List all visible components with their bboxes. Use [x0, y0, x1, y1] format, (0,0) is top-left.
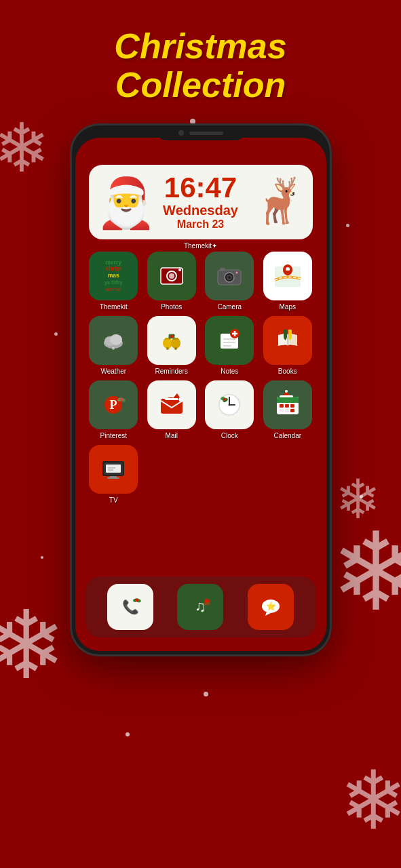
svg-text:♫: ♫ [195, 598, 206, 615]
svg-rect-77 [290, 404, 294, 408]
calendar-icon [263, 380, 312, 429]
pinterest-icon: P [89, 380, 138, 429]
svg-rect-79 [285, 409, 289, 412]
svg-point-56 [178, 397, 183, 402]
svg-point-11 [236, 272, 238, 274]
themekit-text: merry christ mas ya filthy animal [104, 260, 122, 293]
svg-point-20 [110, 334, 122, 345]
phone-frame: 🎅 🦌 16:47 Wednesday March 23 Themekit✦ m… [72, 125, 330, 654]
bg-snowflake-left: ❄ [0, 590, 66, 701]
photos-icon [147, 252, 196, 300]
mail-icon [147, 380, 196, 429]
svg-text:⭐: ⭐ [265, 601, 275, 611]
svg-rect-86 [106, 465, 121, 473]
svg-rect-76 [285, 404, 289, 408]
svg-rect-42 [284, 330, 287, 338]
app-grid: merry christ mas ya filthy animal Themek… [82, 252, 320, 504]
snow-particle [41, 556, 43, 559]
app-label-weather: Weather [100, 368, 126, 375]
phone-screen: 🎅 🦌 16:47 Wednesday March 23 Themekit✦ m… [75, 138, 326, 651]
app-label-calendar: Calendar [273, 432, 301, 439]
app-label-books: Books [278, 368, 297, 375]
app-label-clock: Clock [221, 432, 238, 439]
svg-point-27 [166, 347, 169, 350]
camera-dot [178, 130, 184, 136]
app-item-maps[interactable]: Maps [261, 252, 314, 311]
app-item-calendar[interactable]: Calendar [261, 380, 314, 439]
app-label-camera: Camera [217, 303, 242, 311]
svg-rect-44 [288, 330, 292, 338]
clock-time: 16:47 [163, 174, 238, 202]
snow-particle [346, 224, 349, 227]
svg-point-51 [120, 398, 123, 401]
svg-rect-73 [280, 395, 293, 397]
svg-rect-10 [220, 268, 225, 271]
app-item-books[interactable]: Books [261, 316, 314, 375]
svg-point-63 [229, 404, 231, 406]
svg-point-28 [174, 347, 177, 350]
app-label-themekit: Themekit [100, 303, 128, 311]
app-item-pinterest[interactable]: P Pinterest [88, 380, 140, 439]
page-title: Christmas Collection [114, 27, 286, 104]
clock-text-container: 16:47 Wednesday March 23 [163, 174, 238, 231]
themekit-label-row: Themekit✦ [75, 242, 326, 250]
themekit-icon: merry christ mas ya filthy animal [89, 252, 138, 300]
snow-particle [190, 119, 195, 124]
svg-rect-78 [280, 409, 284, 412]
clock-date: March 23 [163, 218, 238, 231]
bg-snowflake-br: ❄ [339, 753, 401, 848]
app-label-notes: Notes [221, 368, 238, 375]
dock: 📞 ♫ [85, 576, 316, 637]
svg-text:P: P [110, 398, 117, 412]
app-item-themekit[interactable]: merry christ mas ya filthy animal Themek… [88, 252, 140, 311]
app-item-reminders[interactable]: Reminders [145, 316, 198, 375]
app-item-mail[interactable]: Mail [145, 380, 198, 439]
notes-icon [205, 316, 254, 365]
svg-rect-75 [280, 404, 284, 408]
svg-rect-57 [165, 398, 178, 400]
bg-snowflake-top-left: ❄ [0, 108, 50, 188]
dock-phone-icon[interactable]: 📞 [107, 584, 153, 630]
svg-point-4 [178, 269, 181, 271]
reminders-icon [147, 316, 196, 365]
svg-point-9 [228, 276, 231, 279]
dock-music-icon[interactable]: ♫ [177, 584, 223, 630]
app-item-weather[interactable]: Weather [88, 316, 140, 375]
santa-decoration: 🎅 [96, 178, 150, 239]
weather-icon [89, 316, 138, 365]
svg-point-66 [223, 398, 226, 401]
svg-point-21 [112, 347, 115, 350]
svg-point-74 [285, 390, 288, 393]
snow-particle [54, 332, 58, 336]
app-label-mail: Mail [166, 432, 178, 439]
svg-point-93 [136, 599, 139, 602]
svg-rect-80 [290, 409, 294, 412]
app-item-notes[interactable]: Notes [204, 316, 256, 375]
clock-app-icon [205, 380, 254, 429]
snow-particle [204, 692, 208, 696]
books-icon [263, 316, 312, 365]
svg-rect-85 [107, 477, 119, 479]
phone-speaker [189, 132, 223, 135]
clock-day: Wednesday [163, 202, 238, 218]
clock-widget: 🎅 🦌 16:47 Wednesday March 23 [89, 165, 313, 239]
reindeer-decoration: 🦌 [252, 178, 306, 239]
dock-messages-icon[interactable]: ⭐ [248, 584, 294, 630]
maps-icon [263, 252, 312, 300]
app-label-pinterest: Pinterest [100, 432, 127, 439]
tv-icon [89, 445, 138, 494]
app-label-reminders: Reminders [155, 368, 188, 375]
app-item-photos[interactable]: Photos [145, 252, 198, 311]
app-label-tv: TV [109, 496, 118, 504]
app-item-tv[interactable]: TV [88, 445, 140, 504]
phone-notch [157, 125, 245, 140]
app-item-clock[interactable]: Clock [204, 380, 256, 439]
camera-icon [205, 252, 254, 300]
app-item-camera[interactable]: Camera [204, 252, 256, 311]
svg-point-31 [170, 335, 173, 338]
bg-snowflake-top-right: ❄ [335, 468, 381, 531]
app-label-photos: Photos [161, 303, 182, 311]
app-label-maps: Maps [280, 303, 296, 311]
svg-point-3 [169, 273, 174, 279]
svg-rect-71 [277, 400, 299, 403]
